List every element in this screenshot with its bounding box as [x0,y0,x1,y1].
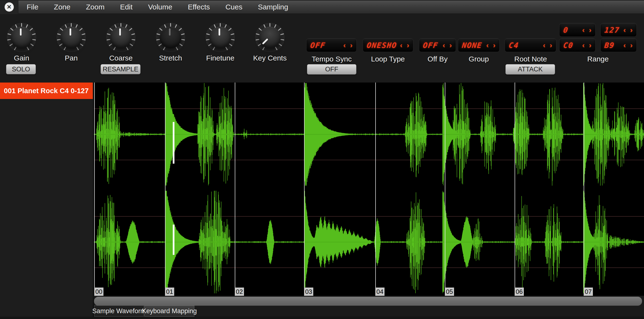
lcd-value: 127 [604,26,620,34]
decrement-arrow-icon[interactable]: ‹ [400,42,402,49]
control-label-off-by: Off By [428,55,448,63]
decrement-arrow-icon[interactable]: ‹ [582,42,585,49]
decrement-arrow-icon[interactable]: ‹ [486,42,489,49]
solo-button[interactable]: SOLO [6,64,36,74]
knob-pan[interactable]: Pan [56,22,86,52]
lcd-root-note[interactable]: C4 ‹ › [505,38,556,52]
knob-plate [205,22,235,52]
knob-label: Finetune [206,54,234,62]
waveform-canvas[interactable] [94,82,644,296]
knob-label: Key Cents [253,54,287,62]
decrement-arrow-icon[interactable]: ‹ [582,26,585,34]
decrement-arrow-icon[interactable]: ‹ [624,26,626,34]
increment-arrow-icon[interactable]: › [350,42,352,49]
knob-pointer [20,28,22,35]
knob-pointer [218,28,220,35]
increment-arrow-icon[interactable]: › [589,26,592,34]
control-label-group: Group [468,55,489,63]
slice-label: 03 [304,288,313,296]
increment-arrow-icon[interactable]: › [630,26,632,34]
tab-keyboard-mapping[interactable]: Keyboard Mapping [144,306,194,317]
horizontal-scrollbar-thumb[interactable] [94,297,642,306]
slice-label: 00 [94,288,104,296]
increment-arrow-icon[interactable]: › [589,42,592,49]
control-label-tempo-sync: Tempo Sync [312,55,352,63]
close-icon: ✕ [4,2,14,12]
menu-item-volume[interactable]: Volume [148,3,172,11]
increment-arrow-icon[interactable]: › [407,42,409,49]
increment-arrow-icon[interactable]: › [450,42,452,49]
slice-marker-04[interactable] [375,82,376,296]
knob-pointer [169,28,170,35]
zone-list-sidebar: 001 Planet Rock C4 0-127 [0,82,93,319]
menu-item-effects[interactable]: Effects [188,3,210,11]
menu-item-zoom[interactable]: Zoom [86,3,105,11]
lcd-range-high-key[interactable]: B9 ‹ › [600,38,637,52]
slice-marker-03[interactable] [304,82,304,296]
close-button[interactable]: ✕ [0,0,18,14]
knob-body[interactable] [259,27,281,48]
control-label-loop-type: Loop Type [371,55,405,63]
control-label-range: Range [587,55,609,63]
knob-body[interactable] [160,27,182,48]
tempo-sync-off-button[interactable]: OFF [307,64,356,74]
lcd-group[interactable]: NONE ‹ › [458,38,500,52]
footer-strip [0,317,644,319]
knob-finetune[interactable]: Finetune [205,22,235,52]
slice-marker-01[interactable] [165,82,166,296]
resample-button[interactable]: RESAMPLE [100,64,140,74]
lcd-value: C4 [508,41,519,50]
menu-item-edit[interactable]: Edit [120,3,132,11]
loop-point-marker-ch1[interactable] [173,122,174,164]
knob-label: Pan [65,54,78,62]
slice-label: 07 [584,288,593,296]
attack-button[interactable]: ATTACK [506,64,555,74]
lcd-value: NONE [462,41,482,50]
increment-arrow-icon[interactable]: › [630,42,632,49]
lcd-range-low-key[interactable]: C0 ‹ › [559,38,596,52]
sample-waveform-panel[interactable]: 0001020304050607 [94,82,644,296]
knob-plate [6,22,36,52]
lcd-range-high-velocity[interactable]: 127 ‹ › [600,23,637,37]
menu-item-cues[interactable]: Cues [225,3,242,11]
lcd-value: C0 [563,41,574,50]
knob-stretch[interactable]: Stretch [156,22,186,52]
slice-label: 01 [165,288,174,296]
menu-item-sampling[interactable]: Sampling [258,3,288,11]
knob-gain[interactable]: Gain [6,22,36,52]
lcd-tempo-sync[interactable]: OFF ‹ › [306,38,357,52]
knob-body[interactable] [60,27,82,48]
tab-sample-waveform[interactable]: Sample Waveform [94,306,144,317]
slice-marker-00[interactable] [94,82,95,296]
knob-body[interactable] [11,27,32,48]
decrement-arrow-icon[interactable]: ‹ [624,42,626,49]
lcd-range-low-velocity[interactable]: 0 ‹ › [559,23,596,37]
menu-item-zone[interactable]: Zone [54,3,70,11]
knob-body[interactable] [110,27,132,48]
menu-item-file[interactable]: File [27,3,38,11]
lcd-loop-type[interactable]: ONESHO ‹ › [363,38,413,52]
decrement-arrow-icon[interactable]: ‹ [443,42,445,49]
knob-plate [255,22,285,52]
knob-plate [106,22,136,52]
lcd-off-by[interactable]: OFF ‹ › [419,38,456,52]
knob-label: Stretch [159,54,182,62]
zone-list-item-selected[interactable]: 001 Planet Rock C4 0-127 [0,82,93,99]
menubar: ✕ FileZoneZoomEditVolumeEffectsCuesSampl… [0,0,644,14]
increment-arrow-icon[interactable]: › [493,42,496,49]
decrement-arrow-icon[interactable]: ‹ [343,42,346,49]
knob-key-cents[interactable]: Key Cents [255,22,285,52]
knob-body[interactable] [209,27,231,48]
slice-marker-06[interactable] [514,82,515,296]
knob-coarse[interactable]: Coarse [106,22,136,52]
slice-marker-07[interactable] [584,82,584,296]
increment-arrow-icon[interactable]: › [550,42,552,49]
lcd-value: ONESHO [366,41,397,50]
control-label-root-note: Root Note [514,55,547,63]
lcd-value: OFF [422,41,438,50]
loop-point-marker-ch2[interactable] [173,225,174,255]
decrement-arrow-icon[interactable]: ‹ [543,42,546,49]
slice-marker-02[interactable] [235,82,235,296]
sampler-window: ✕ FileZoneZoomEditVolumeEffectsCuesSampl… [0,0,644,319]
slice-marker-05[interactable] [445,82,445,296]
